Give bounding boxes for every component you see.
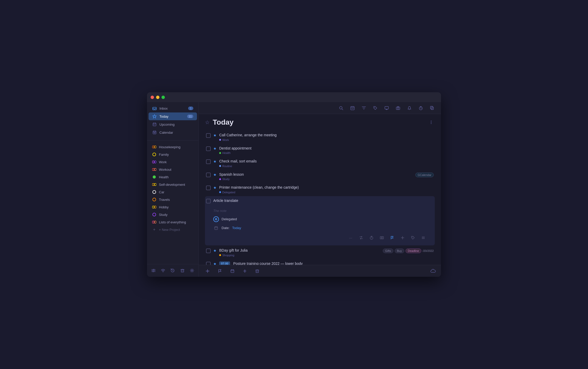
sidebar-item-health[interactable]: Health: [149, 173, 197, 181]
task-checkbox[interactable]: [206, 262, 211, 265]
sidebar-item-inbox[interactable]: Inbox 1: [149, 104, 197, 112]
task-row[interactable]: ★ 07:00 Posture training course 2022 — l…: [205, 259, 435, 265]
content-header: ☆ Today: [199, 114, 441, 130]
timer-icon[interactable]: [417, 104, 424, 112]
sidebar-divider: [147, 140, 199, 140]
sidebar-item-travels[interactable]: Travels: [149, 196, 197, 203]
sidebar-item-today[interactable]: Today 11: [149, 112, 197, 120]
svg-rect-56: [431, 107, 433, 110]
camera-icon[interactable]: [394, 104, 402, 112]
svg-rect-7: [153, 131, 156, 134]
project-label: Work: [222, 138, 229, 141]
move-button[interactable]: [378, 235, 385, 241]
svg-point-23: [153, 198, 156, 201]
task-checkbox[interactable]: [206, 146, 211, 151]
add-subtask-button[interactable]: [399, 235, 406, 241]
close-button[interactable]: [151, 96, 154, 99]
task-checkbox[interactable]: [206, 159, 211, 164]
task-row-expanded[interactable]: Article translate: [205, 196, 435, 206]
checklist-button[interactable]: [420, 235, 427, 241]
task-project: Delegated: [219, 191, 434, 194]
task-detail-date-value: Today: [232, 226, 241, 230]
label-button[interactable]: [409, 235, 416, 241]
repeat-button[interactable]: [358, 235, 364, 241]
minimize-button[interactable]: [156, 96, 159, 99]
app-window: Inbox 1 Today 11: [147, 92, 441, 277]
task-star-icon: ★: [213, 262, 217, 265]
bell-icon[interactable]: [406, 104, 413, 112]
copy-icon[interactable]: [429, 104, 436, 112]
bottom-toolbar: [199, 265, 441, 277]
task-checkbox[interactable]: [206, 173, 211, 177]
task-project: Shopping: [219, 254, 380, 257]
sidebar-item-study[interactable]: Study: [149, 211, 197, 218]
housekeeping-label: Housekeeping: [159, 145, 180, 149]
list-options-button[interactable]: [430, 120, 435, 124]
study-label: Study: [159, 213, 167, 217]
sidebar-item-workout[interactable]: Workout: [149, 166, 197, 173]
work-label: Work: [159, 160, 167, 164]
history-button[interactable]: [168, 266, 177, 275]
calendar-grid-icon[interactable]: [349, 104, 356, 112]
task-detail-project-label: Delegated: [222, 217, 237, 221]
monitor-icon[interactable]: [383, 104, 390, 112]
task-checkbox[interactable]: [206, 133, 211, 138]
lists-label: Lists of everything: [159, 220, 186, 224]
svg-point-29: [163, 272, 163, 272]
sidebar-item-housekeeping[interactable]: Housekeeping: [149, 143, 197, 151]
task-action-bar: ···: [213, 232, 427, 242]
task-body: Call Catherine, arrange the meeting Work: [219, 133, 434, 141]
search-icon[interactable]: [337, 104, 345, 112]
project-dot: [219, 178, 221, 180]
svg-rect-2: [153, 123, 156, 126]
maximize-button[interactable]: [161, 96, 165, 99]
sidebar-item-work[interactable]: Work: [149, 158, 197, 166]
favorite-star-button[interactable]: ☆: [205, 119, 210, 125]
delegated-circle-inner: [215, 218, 217, 220]
priority-button[interactable]: [216, 267, 224, 275]
more-options-button[interactable]: ···: [347, 235, 354, 241]
task-row[interactable]: ★ Dentist appointment Health: [205, 144, 435, 157]
calendar-bottom-button[interactable]: [229, 267, 236, 275]
task-row[interactable]: ★ Printer maintenance (clean, change the…: [205, 183, 435, 196]
task-row[interactable]: ★ BDay gift for Julia Shopping Gifts Buy…: [205, 246, 435, 259]
upcoming-label: Upcoming: [159, 123, 193, 126]
filter-icon[interactable]: [360, 104, 368, 112]
timer-action-button[interactable]: [368, 235, 375, 241]
car-icon: [152, 190, 156, 194]
trash-bottom-button[interactable]: [254, 267, 261, 275]
svg-point-14: [153, 153, 156, 156]
shuffle-button[interactable]: [149, 266, 158, 275]
health-label: Health: [159, 175, 169, 179]
svg-rect-31: [181, 269, 184, 272]
task-checkbox[interactable]: [206, 186, 211, 190]
sidebar-item-lists[interactable]: Lists of everything: [149, 218, 197, 226]
task-project: Routine: [219, 165, 434, 168]
sidebar-item-car[interactable]: Car: [149, 188, 197, 196]
gifts-tag: Gifts: [383, 249, 393, 253]
settings-button[interactable]: [188, 266, 196, 275]
sidebar-item-hobby[interactable]: Hobby: [149, 203, 197, 211]
svg-rect-6: [154, 125, 154, 125]
sidebar-item-upcoming[interactable]: Upcoming: [149, 120, 197, 128]
move-bottom-button[interactable]: [241, 267, 248, 275]
wifi-button[interactable]: [159, 266, 167, 275]
task-row[interactable]: ★ Spanish lesson Study GCalendar: [205, 170, 435, 183]
new-project-item[interactable]: + + New Project: [149, 226, 197, 233]
cloud-sync-button[interactable]: [430, 269, 436, 273]
task-row[interactable]: ★ Check mail, sort emails Routine: [205, 157, 435, 170]
tasks-area: ★ Call Catherine, arrange the meeting Wo…: [199, 130, 441, 265]
trash-button[interactable]: [178, 266, 187, 275]
tag-icon[interactable]: [372, 104, 379, 112]
project-dot: [219, 191, 221, 193]
task-checkbox[interactable]: [206, 199, 211, 203]
sidebar-item-self-development[interactable]: Self-development: [149, 181, 197, 188]
hobby-icon: [152, 205, 156, 209]
add-task-button[interactable]: [204, 267, 211, 275]
task-row[interactable]: ★ Call Catherine, arrange the meeting Wo…: [205, 131, 435, 144]
sidebar-item-calendar[interactable]: Calendar: [149, 129, 197, 136]
task-checkbox[interactable]: [206, 249, 211, 253]
flag-button[interactable]: [389, 235, 395, 241]
main-panel: ☆ Today ★ Call Catherine, ar: [199, 102, 441, 277]
sidebar-item-family[interactable]: Family: [149, 151, 197, 158]
